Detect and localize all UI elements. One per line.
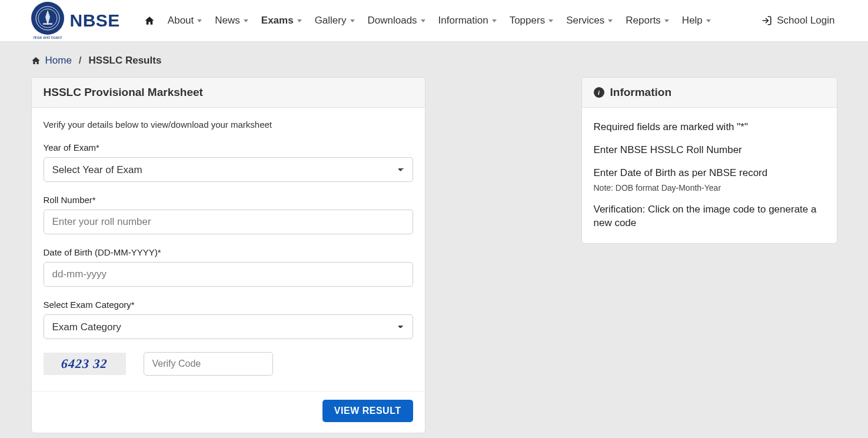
breadcrumb: Home / HSSLC Results <box>16 42 852 77</box>
dob-input[interactable] <box>44 262 413 287</box>
nav-label: Reports <box>626 15 661 26</box>
nav-toppers[interactable]: Toppers <box>503 10 560 31</box>
logo-subtext: nbse and board <box>31 35 64 39</box>
nav-information[interactable]: Information <box>432 10 503 31</box>
info-item: Enter NBSE HSSLC Roll Number <box>594 139 825 162</box>
brand-name: NBSE <box>70 11 120 31</box>
chevron-down-icon <box>492 19 497 22</box>
nav-label: Services <box>566 15 604 26</box>
chevron-down-icon <box>297 19 302 22</box>
info-icon: i <box>594 87 604 98</box>
info-item: Enter Date of Birth as per NBSE record N… <box>594 162 825 198</box>
breadcrumb-separator: / <box>77 55 84 67</box>
nav-exams[interactable]: Exams <box>255 10 308 31</box>
chevron-down-icon <box>664 19 669 22</box>
nav-downloads[interactable]: Downloads <box>361 10 432 31</box>
main-nav: About News Exams Gallery Downloads Infor… <box>138 10 759 31</box>
svg-rect-2 <box>43 23 52 25</box>
breadcrumb-current: HSSLC Results <box>89 55 162 67</box>
captcha-input[interactable] <box>144 352 273 376</box>
nav-help[interactable]: Help <box>676 10 717 31</box>
nav-label: Downloads <box>368 15 417 26</box>
marksheet-form-card: HSSLC Provisional Marksheet Verify your … <box>31 77 425 433</box>
login-icon <box>761 15 772 26</box>
card-title: HSSLC Provisional Marksheet <box>32 78 425 108</box>
chevron-down-icon <box>421 19 425 22</box>
information-card: i Information Required fields are marked… <box>581 77 837 244</box>
roll-label: Roll Number <box>44 195 413 205</box>
nav-home[interactable] <box>138 11 161 31</box>
form-intro: Verify your details below to view/downlo… <box>44 120 413 130</box>
nav-label: Gallery <box>315 15 347 26</box>
info-item: Verification: Click on the image code to… <box>594 198 825 235</box>
site-header: nbse and board NBSE About News Exams Gal… <box>0 0 868 42</box>
nav-label: About <box>168 15 194 26</box>
info-list: Required fields are marked with "*" Ente… <box>594 116 825 235</box>
nav-services[interactable]: Services <box>560 10 619 31</box>
home-icon <box>144 15 155 26</box>
nav-label: Information <box>438 15 488 26</box>
chevron-down-icon <box>706 19 711 22</box>
nav-label: Help <box>682 15 703 26</box>
category-select[interactable]: Exam Category <box>44 314 413 339</box>
school-login-link[interactable]: School Login <box>759 10 837 31</box>
nav-gallery[interactable]: Gallery <box>308 10 361 31</box>
captcha-code: 6423 32 <box>61 356 108 371</box>
school-login-label: School Login <box>777 15 834 26</box>
chevron-down-icon <box>608 19 613 22</box>
chevron-down-icon <box>244 19 248 22</box>
info-title: Information <box>610 86 672 99</box>
info-item: Required fields are marked with "*" <box>594 116 825 139</box>
category-label: Select Exam Category <box>44 300 413 310</box>
brand-block[interactable]: nbse and board NBSE <box>31 2 120 39</box>
year-label: Year of Exam <box>44 142 413 152</box>
chevron-down-icon <box>197 19 202 22</box>
captcha-image[interactable]: 6423 32 <box>44 353 126 375</box>
nav-reports[interactable]: Reports <box>619 10 676 31</box>
home-icon <box>31 56 41 65</box>
nav-about[interactable]: About <box>161 10 208 31</box>
nav-label: Exams <box>261 15 294 26</box>
breadcrumb-home[interactable]: Home <box>45 55 72 67</box>
nav-label: News <box>215 15 240 26</box>
nav-news[interactable]: News <box>208 10 255 31</box>
nav-label: Toppers <box>510 15 545 26</box>
year-select[interactable]: Select Year of Exam <box>44 157 413 182</box>
logo-icon <box>31 2 64 35</box>
chevron-down-icon <box>548 19 553 22</box>
chevron-down-icon <box>350 19 355 22</box>
dob-label: Date of Birth (DD-MM-YYYY) <box>44 247 413 257</box>
roll-input[interactable] <box>44 210 413 234</box>
view-result-button[interactable]: VIEW RESULT <box>322 400 413 422</box>
